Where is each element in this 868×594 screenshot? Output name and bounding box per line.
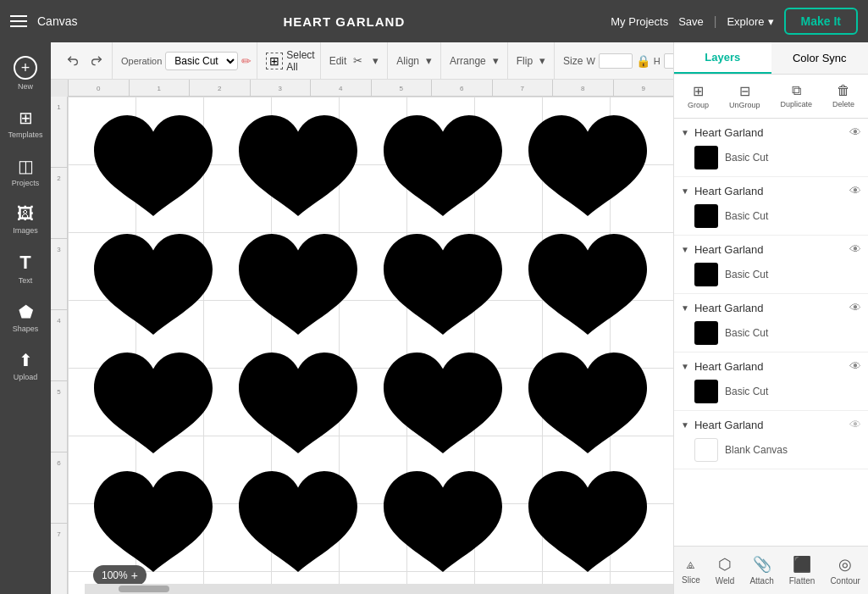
duplicate-button[interactable]: ⧉ Duplicate (775, 80, 817, 113)
layer-group-4: ▼ Heart Garland 👁 Basic Cut (674, 294, 868, 353)
layer-header-2[interactable]: ▼ Heart Garland 👁 (674, 177, 868, 201)
weld-button[interactable]: ⬡ Weld (710, 552, 740, 589)
flatten-label: Flatten (789, 576, 815, 586)
scrollbar-thumb[interactable] (119, 586, 169, 592)
toolbar: Operation Basic Cut ✏ ⊞ Select All Edit … (51, 42, 673, 80)
zoom-in-button[interactable]: + (131, 569, 138, 582)
eye-icon-4[interactable]: 👁 (849, 301, 861, 314)
eye-icon-5[interactable]: 👁 (849, 359, 861, 373)
slice-label: Slice (682, 575, 700, 585)
heart-shape (384, 114, 502, 224)
layer-child-name-4: Basic Cut (725, 327, 768, 339)
redo-button[interactable] (86, 51, 107, 71)
layer-name-5: Heart Garland (694, 360, 844, 373)
bottom-tools: ⟁ Slice ⬡ Weld 📎 Attach ⬛ Flatten ◎ Cont… (674, 546, 868, 594)
layer-child-5[interactable]: Basic Cut (674, 376, 868, 410)
operation-label: Operation (121, 56, 162, 66)
edit-more-button[interactable]: ▾ (369, 51, 382, 70)
layer-header-5[interactable]: ▼ Heart Garland 👁 (674, 353, 868, 376)
sidebar-item-upload[interactable]: ⬆ Upload (0, 343, 51, 388)
layer-child-1[interactable]: Basic Cut (674, 142, 868, 176)
flip-label: Flip (517, 55, 533, 67)
tab-layers[interactable]: Layers (674, 42, 771, 74)
zoom-percent: 100% (102, 569, 128, 581)
layer-header-4[interactable]: ▼ Heart Garland 👁 (674, 294, 868, 318)
contour-label: Contour (830, 576, 860, 586)
layer-child-4[interactable]: Basic Cut (674, 318, 868, 352)
height-input[interactable] (664, 53, 673, 69)
heart-cell-6 (229, 232, 366, 342)
group-label: Group (688, 101, 709, 109)
undo-icon (66, 54, 80, 68)
arrange-group: Arrange ▾ (445, 42, 508, 79)
slice-icon: ⟁ (686, 555, 695, 573)
heart-shape (239, 232, 357, 342)
slice-button[interactable]: ⟁ Slice (677, 552, 705, 589)
sidebar-item-text[interactable]: T Text (0, 245, 51, 291)
attach-button[interactable]: 📎 Attach (744, 552, 778, 589)
plus-icon: + (14, 56, 37, 80)
undo-button[interactable] (63, 51, 83, 71)
heart-shape (384, 232, 502, 342)
hamburger-menu-button[interactable] (10, 15, 27, 27)
make-it-button[interactable]: Make It (784, 8, 858, 35)
sidebar-item-templates[interactable]: ⊞ Templates (0, 101, 51, 146)
layer-arrow-2[interactable]: ▼ (681, 186, 689, 196)
contour-icon: ◎ (838, 555, 852, 574)
heart-cell-7 (375, 232, 511, 342)
layer-header-6[interactable]: ▼ Heart Garland 👁 (674, 411, 868, 435)
heart-shape (239, 351, 357, 461)
sidebar-item-projects[interactable]: ◫ Projects (0, 149, 51, 194)
layer-thumb-3 (694, 263, 718, 286)
sidebar-item-new[interactable]: + New (0, 49, 51, 97)
explore-button[interactable]: Explore ▾ (727, 15, 773, 28)
tab-color-sync[interactable]: Color Sync (771, 42, 869, 74)
sidebar-item-images[interactable]: 🖼 Images (0, 197, 51, 241)
align-label: Align (396, 55, 419, 67)
flatten-button[interactable]: ⬛ Flatten (784, 552, 821, 589)
duplicate-label: Duplicate (780, 100, 812, 108)
eye-icon-2[interactable]: 👁 (849, 184, 861, 197)
sidebar-item-shapes[interactable]: ⬟ Shapes (0, 295, 51, 340)
eye-icon-1[interactable]: 👁 (849, 125, 861, 139)
horizontal-ruler: 0 1 2 3 4 5 6 7 8 9 (68, 80, 673, 97)
upload-icon: ⬆ (19, 350, 33, 370)
layer-arrow-3[interactable]: ▼ (681, 245, 689, 254)
layer-header-3[interactable]: ▼ Heart Garland 👁 (674, 236, 868, 259)
flip-button[interactable]: ▾ (536, 51, 549, 70)
ungroup-button[interactable]: ⊟ UnGroup (724, 80, 766, 113)
layer-thumb-2 (694, 204, 718, 228)
layer-group-1: ▼ Heart Garland 👁 Basic Cut (674, 119, 868, 177)
layer-child-2[interactable]: Basic Cut (674, 201, 868, 235)
layer-name-4: Heart Garland (694, 302, 844, 314)
delete-button[interactable]: 🗑 Delete (827, 80, 860, 113)
heart-cell-1 (85, 114, 221, 224)
layer-arrow-4[interactable]: ▼ (681, 303, 689, 313)
my-projects-button[interactable]: My Projects (611, 15, 668, 28)
canvas-area[interactable]: 0 1 2 3 4 5 6 7 8 9 1 2 3 4 5 6 7 (51, 80, 673, 594)
horizontal-scrollbar[interactable] (85, 584, 673, 594)
heart-cell-8 (520, 232, 656, 342)
eye-icon-6[interactable]: 👁 (849, 418, 861, 431)
layer-arrow-6[interactable]: ▼ (681, 420, 689, 430)
heart-shape (239, 114, 357, 224)
layer-arrow-5[interactable]: ▼ (681, 362, 689, 371)
layer-child-6[interactable]: Blank Canvas (674, 435, 868, 469)
group-button[interactable]: ⊞ Group (683, 80, 714, 113)
layer-header-1[interactable]: ▼ Heart Garland 👁 (674, 119, 868, 142)
eye-icon-3[interactable]: 👁 (849, 242, 861, 256)
align-button[interactable]: ▾ (423, 51, 435, 70)
panel-tabs: Layers Color Sync (674, 42, 868, 75)
layer-name-1: Heart Garland (694, 126, 844, 139)
width-input[interactable] (599, 53, 633, 69)
layer-arrow-1[interactable]: ▼ (681, 128, 689, 137)
layer-child-3[interactable]: Basic Cut (674, 259, 868, 293)
contour-button[interactable]: ◎ Contour (825, 552, 865, 589)
operation-dropdown[interactable]: Basic Cut (165, 52, 238, 70)
edit-button[interactable]: ✂ (350, 51, 366, 70)
select-all-button[interactable]: ⊞ Select All (266, 49, 314, 73)
heart-cell-13 (85, 469, 221, 580)
save-button[interactable]: Save (678, 15, 704, 28)
layer-child-name-1: Basic Cut (725, 152, 768, 164)
arrange-button[interactable]: ▾ (489, 51, 502, 70)
